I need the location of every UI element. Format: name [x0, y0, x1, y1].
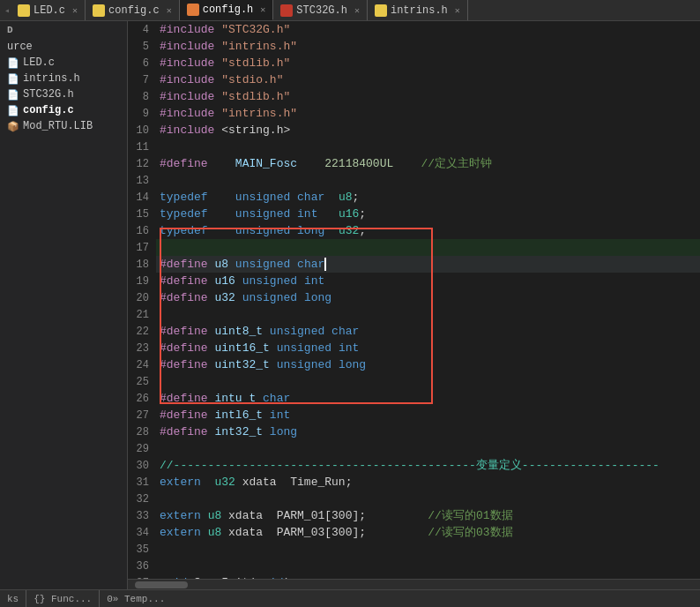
line-content[interactable]: typedef unsigned long u32; [156, 222, 700, 239]
line-content[interactable]: //--------------------------------------… [156, 457, 700, 474]
line-number: 8 [128, 88, 156, 105]
line-content[interactable]: #define u8 unsigned char [156, 256, 700, 273]
horizontal-scrollbar[interactable] [128, 579, 700, 589]
line-number: 28 [128, 423, 156, 440]
bottom-tab-temp[interactable]: 0» Temp... [100, 590, 172, 607]
line-number: 9 [128, 105, 156, 122]
table-row: 9 #include "intrins.h" [128, 105, 700, 122]
line-number: 6 [128, 55, 156, 71]
line-content[interactable]: #define uint16_t unsigned int [156, 340, 700, 356]
line-content[interactable] [156, 558, 700, 574]
line-content[interactable]: #include "stdlib.h" [156, 88, 700, 105]
line-content[interactable] [156, 139, 700, 155]
line-content[interactable]: #define u16 unsigned int [156, 273, 700, 289]
table-row: 26 #define intu_t char [128, 390, 700, 407]
line-content[interactable]: #define u32 unsigned long [156, 289, 700, 306]
line-number: 27 [128, 407, 156, 423]
line-content[interactable]: #define uint8_t unsigned char [156, 323, 700, 340]
line-content[interactable]: typedef unsigned int u16; [156, 206, 700, 222]
line-content[interactable]: extern u8 xdata PARM_03[300]; //读写的03数据 [156, 524, 700, 541]
table-row: 33 extern u8 xdata PARM_01[300]; //读写的01… [128, 507, 700, 524]
line-number: 24 [128, 356, 156, 373]
bottom-tab-ks[interactable]: ks [0, 590, 26, 607]
line-content[interactable]: #define intl6_t int [156, 407, 700, 423]
bottom-tab-label-func: {} Func... [26, 594, 99, 604]
sidebar-item-source[interactable]: urce [0, 39, 127, 55]
line-number: 34 [128, 524, 156, 541]
sidebar-item-intrins-h[interactable]: 📄 intrins.h [0, 71, 127, 86]
sidebar-item-led-c[interactable]: 📄 LED.c [0, 55, 127, 71]
line-number: 35 [128, 541, 156, 558]
line-content[interactable] [156, 306, 700, 323]
tab-intrins-h[interactable]: intrins.h ✕ [368, 0, 468, 20]
tab-close-intrins[interactable]: ✕ [455, 5, 460, 16]
table-row: 6 #include "stdlib.h" [128, 55, 700, 71]
line-content[interactable] [156, 491, 700, 507]
table-row: 30 //-----------------------------------… [128, 457, 700, 474]
sidebar-item-config-c[interactable]: 📄 config.c [0, 102, 127, 118]
scrollbar-thumb[interactable] [135, 581, 188, 588]
line-content[interactable] [156, 172, 700, 189]
tab-bar: ◂ LED.c ✕ config.c ✕ config.h ✕ STC32G.h… [0, 0, 700, 21]
line-number: 12 [128, 155, 156, 172]
bottom-tab-func[interactable]: {} Func... [26, 590, 100, 607]
line-number: 29 [128, 440, 156, 457]
tab-icon-intrins [375, 4, 387, 17]
line-content[interactable]: typedef unsigned char u8; [156, 189, 700, 206]
line-content[interactable] [156, 440, 700, 457]
tab-close-led[interactable]: ✕ [72, 5, 78, 16]
line-content[interactable]: #define intu_t char [156, 390, 700, 407]
sidebar-item-stc32g-h[interactable]: 📄 STC32G.h [0, 86, 127, 102]
line-content[interactable]: #include "intrins.h" [156, 105, 700, 122]
table-row: 15 typedef unsigned int u16; [128, 206, 700, 222]
line-number: 22 [128, 323, 156, 340]
line-number: 19 [128, 273, 156, 289]
code-editor[interactable]: 4 #include "STC32G.h" 5 #include "intrin… [128, 21, 700, 589]
table-row: 32 [128, 491, 700, 507]
tab-label-config-c: config.c [108, 4, 160, 17]
line-content[interactable]: #define int32_t long [156, 423, 700, 440]
tab-config-h[interactable]: config.h ✕ [180, 0, 274, 20]
line-content[interactable]: extern u32 xdata Time_Run; [156, 474, 700, 491]
sidebar-icon-config-c: 📄 [7, 105, 19, 116]
table-row: 13 [128, 172, 700, 189]
sidebar-icon-mod-rtu: 📦 [7, 121, 19, 132]
line-content[interactable]: #include "STC32G.h" [156, 21, 700, 38]
line-content[interactable]: #include "intrins.h" [156, 38, 700, 55]
line-number: 14 [128, 189, 156, 206]
table-row: 14 typedef unsigned char u8; [128, 189, 700, 206]
line-content[interactable]: #define uint32_t unsigned long [156, 356, 700, 373]
tab-led-c[interactable]: LED.c ✕ [11, 0, 86, 20]
tab-icon-stc32g [280, 4, 293, 17]
line-content[interactable]: #include "stdio.h" [156, 71, 700, 88]
tab-close-stc32g[interactable]: ✕ [354, 5, 360, 16]
line-content[interactable]: #define MAIN_Fosc 22118400UL //定义主时钟 [156, 155, 700, 172]
tab-label-stc32g: STC32G.h [296, 4, 347, 17]
tab-handle[interactable]: ◂ [4, 0, 11, 20]
table-row: 28 #define int32_t long [128, 423, 700, 440]
table-row: 10 #include <string.h> [128, 122, 700, 139]
tab-label-config-h: config.h [203, 4, 254, 16]
line-content[interactable] [156, 541, 700, 558]
code-table: 4 #include "STC32G.h" 5 #include "intrin… [128, 21, 700, 589]
table-row: 25 [128, 373, 700, 390]
tab-stc32g-h[interactable]: STC32G.h ✕ [273, 0, 368, 20]
bottom-bar: ks {} Func... 0» Temp... [0, 589, 700, 607]
line-content[interactable]: #include <string.h> [156, 122, 700, 139]
tab-config-c[interactable]: config.c ✕ [86, 0, 180, 20]
tab-close-config-c[interactable]: ✕ [167, 5, 172, 16]
line-number: 23 [128, 340, 156, 356]
table-row: 31 extern u32 xdata Time_Run; [128, 474, 700, 491]
sidebar-item-mod-rtu[interactable]: 📦 Mod_RTU.LIB [0, 118, 127, 134]
table-row: 17 [128, 239, 700, 256]
table-row: 12 #define MAIN_Fosc 22118400UL //定义主时钟 [128, 155, 700, 172]
line-content[interactable]: #include "stdlib.h" [156, 55, 700, 71]
line-number: 17 [128, 239, 156, 256]
tab-close-config-h[interactable]: ✕ [260, 4, 265, 15]
sidebar-label-source: urce [7, 41, 33, 53]
line-content[interactable]: extern u8 xdata PARM_01[300]; //读写的01数据 [156, 507, 700, 524]
table-row: 7 #include "stdio.h" [128, 71, 700, 88]
line-content[interactable] [156, 239, 700, 256]
tab-icon-led [18, 4, 30, 17]
line-content[interactable] [156, 373, 700, 390]
